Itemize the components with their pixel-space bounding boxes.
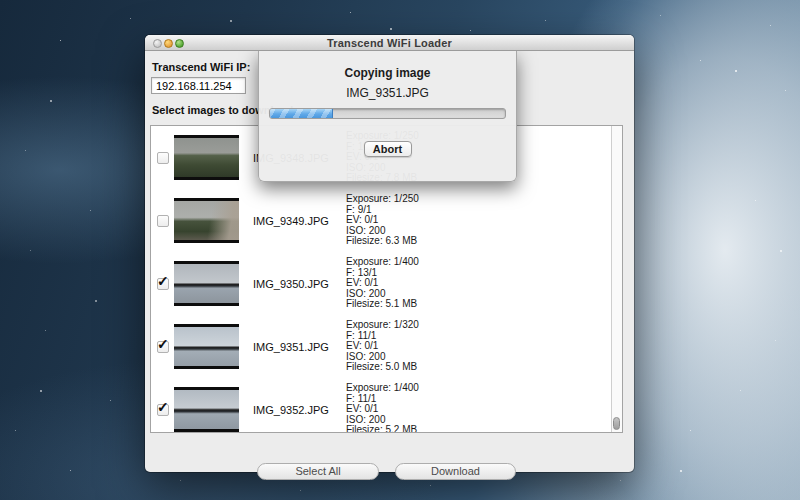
image-checkbox[interactable] bbox=[157, 152, 169, 164]
copy-progress-dialog: Copying image IMG_9351.JPG Abort bbox=[258, 51, 517, 182]
select-all-button[interactable]: Select All bbox=[257, 463, 379, 480]
list-item: IMG_9352.JPG Exposure: 1/400 F: 11/1 EV:… bbox=[151, 378, 622, 433]
image-exif: Exposure: 1/400 F: 11/1 EV: 0/1 ISO: 200… bbox=[346, 383, 419, 433]
progress-bar bbox=[269, 108, 506, 119]
stars-decor-bright bbox=[0, 0, 2, 2]
image-checkbox[interactable] bbox=[157, 278, 169, 290]
image-filename: IMG_9350.JPG bbox=[253, 278, 339, 290]
image-thumbnail bbox=[174, 135, 239, 180]
image-thumbnail bbox=[174, 387, 239, 432]
image-thumbnail bbox=[174, 198, 239, 243]
download-button[interactable]: Download bbox=[395, 463, 516, 480]
exif-filesize: Filesize: 5.2 MB bbox=[346, 425, 419, 433]
image-filename: IMG_9349.JPG bbox=[253, 215, 339, 227]
ip-label: Transcend WiFi IP: bbox=[152, 61, 250, 73]
list-item: IMG_9349.JPG Exposure: 1/250 F: 9/1 EV: … bbox=[151, 189, 622, 252]
image-checkbox[interactable] bbox=[157, 215, 169, 227]
image-exif: Exposure: 1/320 F: 11/1 EV: 0/1 ISO: 200… bbox=[346, 320, 419, 373]
image-filename: IMG_9351.JPG bbox=[253, 341, 339, 353]
exif-filesize: Filesize: 6.3 MB bbox=[346, 236, 419, 247]
exif-filesize: Filesize: 5.1 MB bbox=[346, 299, 419, 310]
progress-bar-fill bbox=[270, 109, 333, 118]
desktop-background: Transcend WiFi Loader Transcend WiFi IP:… bbox=[0, 0, 800, 500]
scrollbar-thumb[interactable] bbox=[613, 417, 620, 430]
image-thumbnail bbox=[174, 324, 239, 369]
image-checkbox[interactable] bbox=[157, 404, 169, 416]
window-title: Transcend WiFi Loader bbox=[145, 37, 634, 49]
exif-filesize: Filesize: 5.0 MB bbox=[346, 362, 419, 373]
image-filename: IMG_9352.JPG bbox=[253, 404, 339, 416]
window-titlebar[interactable]: Transcend WiFi Loader bbox=[145, 35, 634, 51]
image-thumbnail bbox=[174, 261, 239, 306]
image-checkbox[interactable] bbox=[157, 341, 169, 353]
list-item: IMG_9350.JPG Exposure: 1/400 F: 13/1 EV:… bbox=[151, 252, 622, 315]
scrollbar-track[interactable] bbox=[611, 126, 622, 432]
image-exif: Exposure: 1/250 F: 9/1 EV: 0/1 ISO: 200 … bbox=[346, 194, 419, 247]
dialog-title: Copying image bbox=[259, 66, 516, 80]
ip-input[interactable] bbox=[151, 77, 246, 94]
image-exif: Exposure: 1/400 F: 13/1 EV: 0/1 ISO: 200… bbox=[346, 257, 419, 310]
dialog-filename: IMG_9351.JPG bbox=[259, 86, 516, 100]
abort-button[interactable]: Abort bbox=[364, 141, 412, 157]
list-item: IMG_9351.JPG Exposure: 1/320 F: 11/1 EV:… bbox=[151, 315, 622, 378]
app-window: Transcend WiFi Loader Transcend WiFi IP:… bbox=[145, 35, 634, 472]
